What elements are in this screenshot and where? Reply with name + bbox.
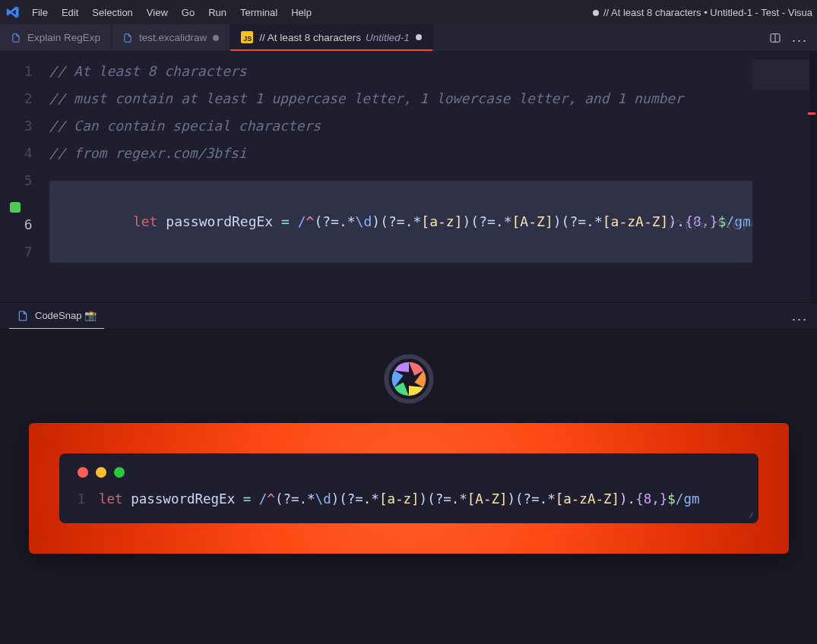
dirty-dot-icon	[416, 34, 422, 40]
menu-terminal[interactable]: Terminal	[234, 3, 283, 22]
panel-tab-label: CodeSnap 📸	[35, 310, 97, 321]
window-title: // At least 8 characters • Untitled-1 - …	[318, 7, 817, 18]
title-bar: File Edit Selection View Go Run Terminal…	[0, 0, 817, 24]
resize-handle-icon[interactable]	[745, 510, 754, 519]
file-icon	[11, 33, 21, 43]
codesnap-panel: 1 let passwordRegEx = /^(?=.*\d)(?=.*[a-…	[0, 330, 817, 644]
code-comment: // Can contain special characters	[49, 112, 321, 140]
more-actions-button[interactable]: ...	[792, 30, 808, 46]
code-area[interactable]: // At least 8 characters // must contain…	[49, 52, 752, 302]
menu-go[interactable]: Go	[176, 3, 201, 22]
file-icon	[122, 33, 133, 43]
dirty-dot-icon	[213, 35, 219, 41]
tab-explain-regexp[interactable]: Explain RegExp	[0, 24, 112, 51]
tab-test-excalidraw[interactable]: test.excalidraw	[112, 24, 230, 51]
line-numbers: 1 2 3 4 5 6 7	[4, 52, 49, 302]
tab-label: // At least 8 characters	[259, 32, 361, 43]
overview-ruler[interactable]	[809, 52, 817, 302]
menu-help[interactable]: Help	[285, 3, 318, 22]
menu-run[interactable]: Run	[202, 3, 233, 22]
menu-edit[interactable]: Edit	[55, 3, 84, 22]
code-comment: // must contain at least 1 uppercase let…	[49, 85, 683, 112]
tab-untitled-1[interactable]: JS // At least 8 characters Untitled-1	[230, 24, 432, 51]
editor[interactable]: 1 2 3 4 5 6 7 // At least 8 characters /…	[0, 52, 817, 302]
tab-label: test.excalidraw	[139, 32, 207, 43]
panel-more-button[interactable]: ...	[792, 308, 808, 324]
panel-tab-bar: CodeSnap 📸 ...	[0, 302, 817, 330]
menu-bar: File Edit Selection View Go Run Terminal…	[26, 3, 318, 22]
code-comment: // from regexr.com/3bfsi	[49, 140, 247, 167]
menu-file[interactable]: File	[26, 3, 54, 22]
editor-tabs: Explain RegExp test.excalidraw JS // At …	[0, 24, 817, 52]
wrapped-code-ghost: /^(?=.*\d)(	[667, 211, 757, 238]
menu-view[interactable]: View	[141, 3, 174, 22]
overview-error-marker-icon	[808, 112, 815, 115]
file-icon	[17, 310, 29, 322]
snapshot-line-number: 1	[78, 491, 86, 507]
mac-window-controls-icon	[78, 467, 740, 478]
tab-actions: ...	[760, 24, 817, 51]
snapshot-code: 1 let passwordRegEx = /^(?=.*\d)(?=.*[a-…	[78, 491, 740, 507]
code-comment: // At least 8 characters	[49, 58, 247, 85]
menu-selection[interactable]: Selection	[86, 3, 138, 22]
panel-tab-codesnap[interactable]: CodeSnap 📸	[9, 303, 104, 329]
tab-description: Untitled-1	[366, 32, 410, 43]
gutter-marker-icon[interactable]	[10, 202, 21, 213]
snapshot-card: 1 let passwordRegEx = /^(?=.*\d)(?=.*[a-…	[59, 453, 758, 523]
aperture-logo-icon	[381, 351, 437, 409]
minimap[interactable]	[752, 52, 810, 302]
split-editor-icon[interactable]	[769, 32, 781, 44]
vscode-logo-icon	[0, 5, 26, 19]
regex-declaration-line: let passwordRegEx = /^(?=.*\d)(?=.*[a-z]…	[49, 208, 752, 235]
tab-label: Explain RegExp	[27, 32, 100, 43]
javascript-icon: JS	[241, 31, 253, 43]
snapshot-container: 1 let passwordRegEx = /^(?=.*\d)(?=.*[a-…	[29, 423, 789, 554]
dirty-indicator-icon	[593, 10, 599, 16]
